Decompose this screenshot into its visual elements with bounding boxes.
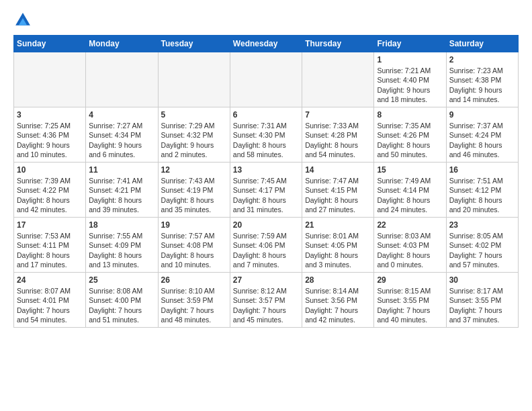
day-info-line: Daylight: 8 hours (305, 140, 371, 150)
day-info-line: and 18 minutes. (377, 95, 443, 104)
calendar-cell (158, 52, 230, 107)
day-number: 21 (305, 220, 371, 230)
day-info-line: Daylight: 8 hours (305, 195, 371, 205)
col-header-saturday: Saturday (446, 36, 518, 52)
calendar-cell: 16Sunrise: 7:51 AMSunset: 4:12 PMDayligh… (446, 163, 518, 218)
day-number: 20 (233, 220, 299, 230)
day-info-line: Sunrise: 7:33 AM (305, 121, 371, 130)
day-info-line: Sunset: 4:34 PM (89, 130, 154, 140)
calendar-cell: 28Sunrise: 8:14 AMSunset: 3:56 PMDayligh… (302, 273, 374, 328)
day-info-line: and 27 minutes. (305, 205, 371, 214)
day-info-line: and 10 minutes. (161, 260, 227, 269)
day-info-line: and 48 minutes. (161, 315, 227, 324)
day-info-line: Daylight: 8 hours (161, 195, 227, 205)
calendar-week-5: 24Sunrise: 8:07 AMSunset: 4:01 PMDayligh… (14, 273, 519, 328)
day-info-line: and 46 minutes. (449, 150, 515, 159)
col-header-wednesday: Wednesday (230, 36, 302, 52)
day-info-line: Daylight: 9 hours (17, 140, 83, 150)
day-info-line: Sunset: 4:01 PM (17, 295, 83, 305)
day-info-line: Daylight: 8 hours (449, 195, 515, 205)
day-info-line: Sunrise: 7:25 AM (17, 121, 83, 130)
day-info-line: Sunrise: 7:39 AM (17, 176, 83, 185)
day-info-line: and 10 minutes. (17, 150, 83, 159)
day-info-line: and 13 minutes. (89, 260, 154, 269)
day-info-line: and 14 minutes. (449, 95, 515, 104)
day-info-line: Sunset: 4:03 PM (377, 240, 443, 250)
day-number: 26 (161, 275, 227, 285)
calendar-cell: 7Sunrise: 7:33 AMSunset: 4:28 PMDaylight… (302, 107, 374, 163)
day-info-line: and 54 minutes. (305, 150, 371, 159)
calendar-cell: 27Sunrise: 8:12 AMSunset: 3:57 PMDayligh… (230, 273, 302, 328)
day-number: 3 (17, 109, 83, 120)
day-info-line: Sunset: 3:59 PM (161, 295, 227, 305)
calendar-cell: 24Sunrise: 8:07 AMSunset: 4:01 PMDayligh… (14, 273, 86, 328)
day-info-line: Sunset: 4:06 PM (233, 240, 299, 250)
calendar-cell: 20Sunrise: 7:59 AMSunset: 4:06 PMDayligh… (230, 218, 302, 273)
day-number: 17 (17, 220, 83, 230)
day-number: 27 (233, 275, 299, 285)
day-info-line: and 42 minutes. (305, 315, 371, 324)
calendar-cell: 29Sunrise: 8:15 AMSunset: 3:55 PMDayligh… (374, 273, 446, 328)
day-info-line: Sunset: 4:00 PM (89, 295, 154, 305)
day-info-line: Sunrise: 7:59 AM (233, 231, 299, 240)
day-number: 2 (449, 54, 515, 65)
day-info-line: Daylight: 8 hours (233, 140, 299, 150)
day-info-line: Daylight: 7 hours (305, 306, 371, 315)
day-info-line: Sunset: 4:12 PM (449, 185, 515, 195)
logo (13, 11, 35, 30)
day-info-line: Daylight: 8 hours (449, 140, 515, 150)
day-number: 9 (449, 109, 515, 120)
calendar-cell: 18Sunrise: 7:55 AMSunset: 4:09 PMDayligh… (86, 218, 158, 273)
calendar-cell: 1Sunrise: 7:21 AMSunset: 4:40 PMDaylight… (374, 52, 446, 107)
day-info-line: Sunset: 4:19 PM (161, 185, 227, 195)
day-info-line: and 39 minutes. (89, 205, 154, 214)
calendar-cell: 9Sunrise: 7:37 AMSunset: 4:24 PMDaylight… (446, 107, 518, 163)
calendar-header-row: SundayMondayTuesdayWednesdayThursdayFrid… (14, 36, 519, 52)
calendar-cell (230, 52, 302, 107)
day-info-line: Sunset: 4:15 PM (305, 185, 371, 195)
day-info-line: Sunrise: 7:35 AM (377, 121, 443, 130)
calendar-cell: 11Sunrise: 7:41 AMSunset: 4:21 PMDayligh… (86, 163, 158, 218)
day-info-line: Sunset: 3:56 PM (305, 295, 371, 305)
day-info-line: and 35 minutes. (161, 205, 227, 214)
day-info-line: and 31 minutes. (233, 205, 299, 214)
day-info-line: Sunrise: 8:10 AM (161, 286, 227, 295)
day-info-line: Daylight: 7 hours (17, 306, 83, 315)
day-info-line: Sunrise: 7:57 AM (161, 231, 227, 240)
day-info-line: Sunset: 4:28 PM (305, 130, 371, 140)
calendar-cell: 15Sunrise: 7:49 AMSunset: 4:14 PMDayligh… (374, 163, 446, 218)
day-info-line: Sunset: 4:11 PM (17, 240, 83, 250)
day-number: 13 (233, 165, 299, 175)
day-info-line: Sunrise: 8:14 AM (305, 286, 371, 295)
col-header-thursday: Thursday (302, 36, 374, 52)
calendar-cell: 23Sunrise: 8:05 AMSunset: 4:02 PMDayligh… (446, 218, 518, 273)
day-info-line: Sunrise: 7:49 AM (377, 176, 443, 185)
day-info-line: and 45 minutes. (233, 315, 299, 324)
calendar-cell: 25Sunrise: 8:08 AMSunset: 4:00 PMDayligh… (86, 273, 158, 328)
day-info-line: Sunrise: 7:41 AM (89, 176, 154, 185)
page: SundayMondayTuesdayWednesdayThursdayFrid… (0, 0, 532, 411)
day-info-line: Sunrise: 7:23 AM (449, 66, 515, 75)
day-number: 22 (377, 220, 443, 230)
day-info-line: Sunrise: 7:21 AM (377, 66, 443, 75)
day-info-line: Sunset: 4:38 PM (449, 75, 515, 85)
day-info-line: Sunrise: 7:31 AM (233, 121, 299, 130)
day-info-line: Sunrise: 8:03 AM (377, 231, 443, 240)
col-header-friday: Friday (374, 36, 446, 52)
day-info-line: Sunset: 4:36 PM (17, 130, 83, 140)
day-info-line: Sunrise: 7:29 AM (161, 121, 227, 130)
day-info-line: Daylight: 8 hours (377, 140, 443, 150)
day-info-line: Sunrise: 8:17 AM (449, 286, 515, 295)
day-number: 12 (161, 165, 227, 175)
day-info-line: Daylight: 9 hours (161, 140, 227, 150)
day-info-line: Daylight: 8 hours (17, 195, 83, 205)
day-info-line: Sunset: 4:17 PM (233, 185, 299, 195)
day-number: 14 (305, 165, 371, 175)
day-number: 25 (89, 275, 154, 285)
calendar-cell: 26Sunrise: 8:10 AMSunset: 3:59 PMDayligh… (158, 273, 230, 328)
day-number: 1 (377, 54, 443, 65)
day-info-line: Sunset: 3:55 PM (377, 295, 443, 305)
day-number: 11 (89, 165, 154, 175)
day-info-line: and 20 minutes. (449, 205, 515, 214)
col-header-sunday: Sunday (14, 36, 86, 52)
